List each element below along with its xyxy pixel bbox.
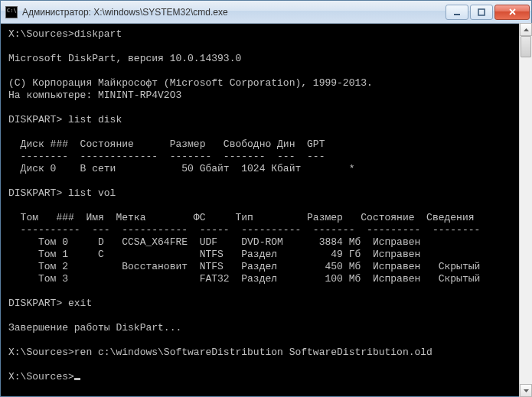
line: Диск ### Состояние Размер Свободно Дин G…: [8, 138, 325, 150]
line: Диск 0 В сети 50 Gбайт 1024 Кбайт *: [8, 163, 354, 174]
line: ---------- --- ----------- ----- -------…: [8, 224, 480, 236]
line: DISKPART> exit: [8, 298, 92, 309]
line: Завершение работы DiskPart...: [8, 322, 181, 334]
scroll-up-button[interactable]: [520, 23, 532, 36]
window-title: Администратор: X:\windows\SYSTEM32\cmd.e…: [22, 7, 444, 18]
line: X:\Sources>ren c:\windows\SoftwareDistri…: [8, 347, 432, 358]
terminal-output[interactable]: X:\Sources>diskpart Microsoft DiskPart, …: [1, 24, 531, 396]
line: На компьютере: MININT-RP4V2O3: [8, 89, 181, 101]
minimize-button[interactable]: [446, 5, 468, 20]
scroll-down-button[interactable]: [520, 384, 532, 397]
line: -------- ------------- ------- ------- -…: [8, 151, 325, 162]
cmd-icon: [5, 6, 18, 18]
titlebar[interactable]: Администратор: X:\windows\SYSTEM32\cmd.e…: [1, 1, 531, 24]
scroll-thumb[interactable]: [521, 36, 531, 57]
line: (C) Корпорация Майкрософт (Microsoft Cor…: [8, 77, 373, 89]
line: Том ### Имя Метка ФС Тип Размер Состояни…: [8, 212, 475, 223]
close-button[interactable]: [494, 5, 530, 20]
svg-rect-0: [454, 14, 460, 15]
line: Microsoft DiskPart, версия 10.0.14393.0: [8, 53, 241, 64]
line: Том 0 D CCSA_X64FRE UDF DVD-ROM 3884 Мб …: [8, 236, 420, 248]
line: X:\Sources>diskpart: [8, 28, 122, 40]
cmd-window: Администратор: X:\windows\SYSTEM32\cmd.e…: [0, 0, 532, 397]
line: DISKPART> list vol: [8, 187, 116, 199]
line: Том 1 C NTFS Раздел 49 Гб Исправен: [8, 249, 420, 260]
prompt-line: X:\Sources>: [8, 371, 74, 382]
vertical-scrollbar[interactable]: [519, 23, 532, 397]
cursor-icon: [74, 378, 80, 380]
line: Том 3 FAT32 Раздел 100 Мб Исправен Скрыт…: [8, 273, 480, 285]
svg-rect-1: [478, 9, 485, 15]
maximize-button[interactable]: [470, 5, 493, 20]
line: DISKPART> list disk: [8, 114, 122, 125]
scroll-track[interactable]: [520, 36, 532, 384]
window-controls: [444, 5, 530, 20]
line: Том 2 Восстановит NTFS Раздел 450 Мб Исп…: [8, 261, 480, 272]
